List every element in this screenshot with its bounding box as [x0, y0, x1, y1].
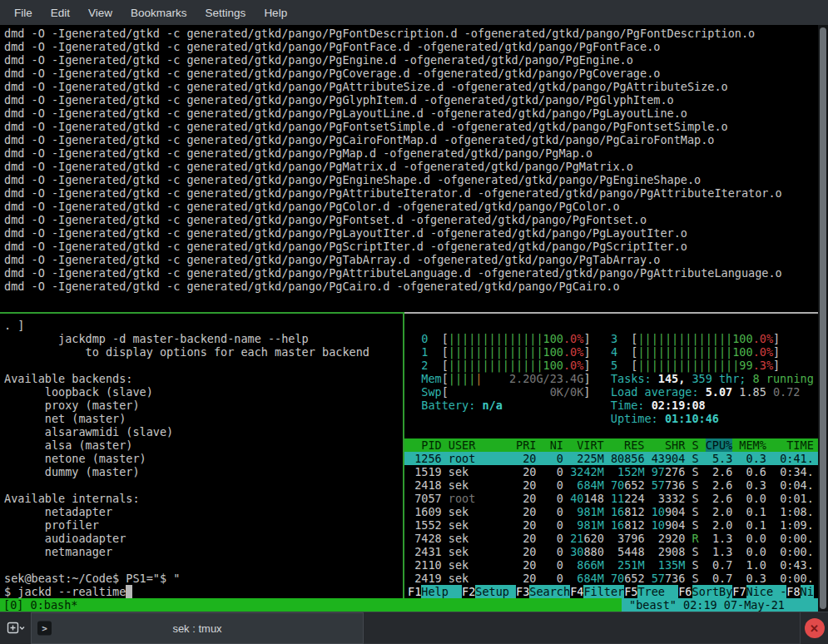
htop-table-header[interactable]: PID USER PRI NI VIRT RES SHR S CPU% MEM%… — [404, 438, 818, 452]
process-row[interactable]: 2110 sek 20 0 866M 251M 135M S 0.7 1.0 0… — [404, 558, 818, 572]
tmux-status-bar: [0] 0:bash* "beast" 02:19 07-May-21 — [0, 598, 818, 612]
terminal-line: dmd -O -Igenerated/gtkd -c generated/gtk… — [4, 266, 822, 280]
terminal-line — [4, 558, 407, 572]
htop-info-row: Mem[||||| 2.20G/23.4G] Tasks: 145, 359 t… — [404, 372, 818, 385]
terminal-line — [4, 359, 407, 372]
process-row[interactable]: 7428 sek 20 0 21620 3796 2920 R 1.3 0.0 … — [404, 532, 818, 545]
htop-cpu-meter-row: 1 [||||||||||||||100.0%] 4 [||||||||||||… — [404, 345, 818, 359]
text-cursor — [126, 585, 132, 598]
process-row[interactable]: 2431 sek 20 0 30880 5448 2908 S 1.3 0.0 … — [404, 545, 818, 558]
menu-item-bookmarks[interactable]: Bookmarks — [121, 2, 196, 23]
menu-item-settings[interactable]: Settings — [196, 2, 255, 23]
terminal-line: dmd -O -Igenerated/gtkd -c generated/gtk… — [4, 213, 822, 226]
close-icon[interactable]: ✕ — [805, 618, 825, 638]
htop-info-row — [404, 425, 818, 438]
tmux-pane-htop[interactable]: 0 [||||||||||||||100.0%] 3 [||||||||||||… — [404, 314, 818, 617]
menu-item-edit[interactable]: Edit — [42, 2, 79, 23]
terminal-line: dmd -O -Igenerated/gtkd -c generated/gtk… — [4, 173, 822, 186]
terminal-line: dmd -O -Igenerated/gtkd -c generated/gtk… — [4, 107, 822, 120]
terminal-line — [4, 478, 407, 492]
menu-item-view[interactable]: View — [79, 2, 121, 23]
terminal-line: dmd -O -Igenerated/gtkd -c generated/gtk… — [4, 253, 822, 266]
htop-info-row: Battery: n/a Time: 02:19:08 — [404, 399, 818, 412]
terminal-line: dmd -O -Igenerated/gtkd -c generated/gtk… — [4, 186, 822, 200]
menu-item-file[interactable]: File — [5, 2, 42, 23]
process-row[interactable]: 1609 sek 20 0 981M 16812 10904 S 2.0 0.1… — [404, 505, 818, 518]
terminal-line: dmd -O -Igenerated/gtkd -c generated/gtk… — [4, 200, 822, 213]
tab-bar-empty-space — [364, 612, 800, 644]
tab-title: sek : tmux — [172, 622, 221, 635]
terminal-line: dmd -O -Igenerated/gtkd -c generated/gtk… — [4, 93, 822, 107]
terminal-line: dmd -O -Igenerated/gtkd -c generated/gtk… — [4, 80, 822, 93]
new-tab-button[interactable] — [0, 612, 31, 644]
fkey-F8[interactable]: F8Ni — [786, 585, 814, 598]
terminal-line: dmd -O -Igenerated/gtkd -c generated/gtk… — [4, 27, 822, 40]
terminal-line: net (master) — [4, 412, 407, 425]
htop-fkey-bar: F1Help F2Setup F3SearchF4FilterF5Tree F6… — [404, 585, 818, 598]
fkey-F1[interactable]: F1Help — [408, 585, 462, 598]
terminal-line: . ] — [4, 319, 407, 332]
terminal-line: sek@beast:~/Code$ PS1="$ " — [4, 572, 407, 585]
terminal-line: alsarawmidi (slave) — [4, 425, 407, 438]
terminal-line: dmd -O -Igenerated/gtkd -c generated/gtk… — [4, 240, 822, 253]
terminal-line: dmd -O -Igenerated/gtkd -c generated/gtk… — [4, 133, 822, 146]
menu-bar: FileEditViewBookmarksSettingsHelp — [0, 0, 828, 25]
terminal-line: profiler — [4, 518, 407, 532]
htop-info-row: Uptime: 01:10:46 — [404, 412, 818, 425]
htop-info-row: Swp[ 0K/0K] Load average: 5.07 1.85 0.72 — [404, 385, 818, 399]
terminal-line: dmd -O -Igenerated/gtkd -c generated/gtk… — [4, 120, 822, 133]
fkey-F4[interactable]: F4Filter — [570, 585, 624, 598]
fkey-F3[interactable]: F3Search — [516, 585, 570, 598]
tmux-host-clock-label: "beast" 02:19 07-May-21 — [622, 598, 818, 612]
process-row[interactable]: 2419 sek 20 0 684M 70652 57736 S 0.7 0.3… — [404, 572, 818, 585]
tmux-pane-shell[interactable]: . ] jackdmp -d master-backend-name --hel… — [0, 314, 407, 603]
process-row[interactable]: 2418 sek 20 0 684M 70652 57736 S 2.6 0.3… — [404, 478, 818, 492]
terminal-line: jackdmp -d master-backend-name --help — [4, 332, 407, 345]
terminal-line: dmd -O -Igenerated/gtkd -c generated/gtk… — [4, 40, 822, 53]
process-row[interactable]: 7057 root 20 0 40148 11224 3332 S 2.6 0.… — [404, 492, 818, 505]
menu-item-help[interactable]: Help — [255, 2, 296, 23]
terminal-line: dmd -O -Igenerated/gtkd -c generated/gtk… — [4, 280, 822, 293]
terminal-line: dummy (master) — [4, 465, 407, 478]
tab-sek-tmux[interactable]: > sek : tmux — [31, 612, 364, 644]
sort-column-header: CPU% — [706, 438, 733, 452]
terminal-line: to display options for each master backe… — [4, 345, 407, 359]
terminal-area[interactable]: dmd -O -Igenerated/gtkd -c generated/gtk… — [0, 25, 828, 612]
fkey-F5[interactable]: F5Tree — [624, 585, 678, 598]
scrollbar-thumb[interactable] — [820, 27, 826, 609]
tmux-status-spacer — [77, 598, 622, 612]
close-tab-area: ✕ — [800, 612, 828, 644]
terminal-line: dmd -O -Igenerated/gtkd -c generated/gtk… — [4, 67, 822, 80]
terminal-line: dmd -O -Igenerated/gtkd -c generated/gtk… — [4, 53, 822, 67]
htop-cpu-meter-row: 2 [||||||||||||||100.0%] 5 [||||||||||||… — [404, 359, 818, 372]
process-row[interactable]: 1552 sek 20 0 981M 16812 10904 S 2.0 0.1… — [404, 518, 818, 532]
terminal-line: Available internals: — [4, 492, 407, 505]
terminal-scrollbar[interactable] — [818, 25, 828, 612]
tmux-pane-build-output[interactable]: dmd -O -Igenerated/gtkd -c generated/gtk… — [0, 25, 822, 314]
terminal-line: dmd -O -Igenerated/gtkd -c generated/gtk… — [4, 146, 822, 160]
htop-cpu-meter-row: 0 [||||||||||||||100.0%] 3 [||||||||||||… — [404, 332, 818, 345]
terminal-line: netone (master) — [4, 452, 407, 465]
terminal-line: proxy (master) — [4, 399, 407, 412]
shell-prompt-line: $ jackd --realtime — [4, 585, 407, 598]
terminal-line: Available backends: — [4, 372, 407, 385]
terminal-line: dmd -O -Igenerated/gtkd -c generated/gtk… — [4, 226, 822, 240]
terminal-line: alsa (master) — [4, 438, 407, 452]
process-row[interactable]: 1256 root 20 0 225M 80856 43904 S 5.3 0.… — [404, 452, 818, 465]
terminal-line: audioadapter — [4, 532, 407, 545]
new-tab-icon — [7, 622, 25, 635]
terminal-icon: > — [37, 622, 52, 636]
fkey-F7[interactable]: F7Nice - — [732, 585, 786, 598]
fkey-F6[interactable]: F6SortBy — [678, 585, 732, 598]
konsole-window: FileEditViewBookmarksSettingsHelp dmd -O… — [0, 0, 828, 644]
process-row[interactable]: 1519 sek 20 0 3242M 152M 97276 S 2.6 0.6… — [404, 465, 818, 478]
terminal-line: netmanager — [4, 545, 407, 558]
terminal-line: netadapter — [4, 505, 407, 518]
terminal-line: loopback (slave) — [4, 385, 407, 399]
terminal-line: dmd -O -Igenerated/gtkd -c generated/gtk… — [4, 160, 822, 173]
fkey-F2[interactable]: F2Setup — [462, 585, 516, 598]
tmux-session-window-label: [0] 0:bash* — [0, 598, 77, 612]
